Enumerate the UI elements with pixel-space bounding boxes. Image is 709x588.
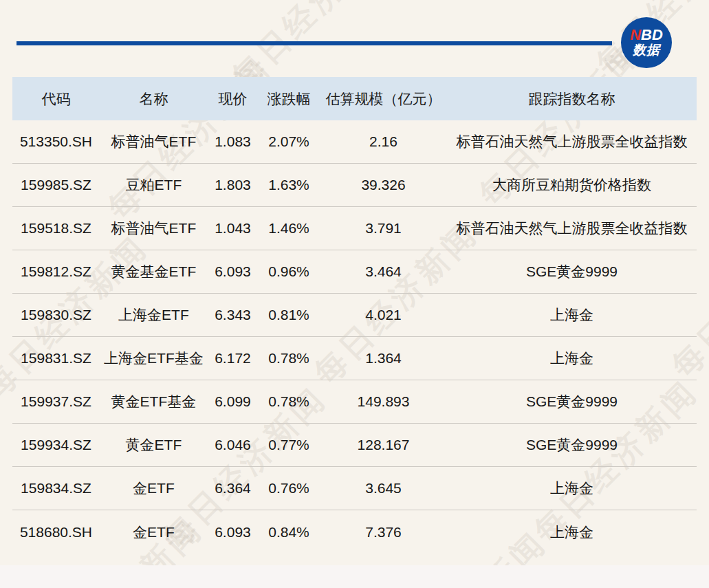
table-cell: 3.791 <box>320 220 447 237</box>
table-cell: 上海金 <box>447 349 697 368</box>
table-cell: 黄金基金ETF <box>100 262 208 281</box>
table-cell: 7.376 <box>320 524 447 541</box>
table-cell: 6.046 <box>208 437 258 453</box>
table-header-row: 代码名称现价涨跌幅估算规模（亿元）跟踪指数名称 <box>12 77 697 120</box>
table-cell: 0.84% <box>258 524 320 541</box>
table-cell: SGE黄金9999 <box>447 392 697 411</box>
table-cell: 159934.SZ <box>12 437 100 453</box>
table-cell: 6.099 <box>208 393 258 410</box>
table-cell: 上海金ETF <box>100 305 208 325</box>
table-cell: 6.093 <box>208 524 258 541</box>
column-header: 名称 <box>100 89 208 109</box>
table-cell: SGE黄金9999 <box>447 262 697 281</box>
table-cell: 3.464 <box>320 263 447 280</box>
table-cell: 大商所豆粕期货价格指数 <box>447 175 697 195</box>
table-cell: 159937.SZ <box>12 393 100 410</box>
logo-text-nbd: NBD <box>630 28 663 43</box>
table-cell: 标普油气ETF <box>100 132 208 151</box>
table-cell: 2.16 <box>320 133 447 150</box>
table-cell: 513350.SH <box>12 133 100 150</box>
table-row: 518680.SH金ETF6.0930.84%7.376上海金 <box>12 510 697 554</box>
table-row: 159985.SZ豆粕ETF1.8031.63%39.326大商所豆粕期货价格指… <box>12 164 697 207</box>
table-cell: 上海金ETF基金 <box>100 349 208 368</box>
table-row: 159518.SZ标普油气ETF1.0431.46%3.791标普石油天然气上游… <box>12 207 697 250</box>
table-cell: 1.63% <box>258 177 320 193</box>
table-row: 159937.SZ黄金ETF基金6.0990.78%149.893SGE黄金99… <box>12 380 697 424</box>
table-cell: 6.093 <box>208 263 258 280</box>
table-cell: 159831.SZ <box>12 350 100 367</box>
table-cell: 518680.SH <box>12 524 100 541</box>
table-cell: 159830.SZ <box>12 307 100 323</box>
table-cell: 标普油气ETF <box>100 219 208 238</box>
column-header: 跟踪指数名称 <box>447 89 697 109</box>
table-row: 159834.SZ金ETF6.3640.76%3.645上海金 <box>12 467 697 510</box>
table-cell: 1.043 <box>208 220 258 237</box>
table-cell: 128.167 <box>320 437 447 453</box>
table-cell: 1.46% <box>258 220 320 237</box>
table-cell: 黄金ETF <box>100 435 208 455</box>
table-cell: 金ETF <box>100 523 208 542</box>
table-cell: 159812.SZ <box>12 263 100 280</box>
table-cell: 159518.SZ <box>12 220 100 237</box>
table-cell: 6.172 <box>208 350 258 367</box>
table-cell: 159834.SZ <box>12 480 100 497</box>
footer-band <box>0 565 709 588</box>
table-cell: 0.81% <box>258 307 320 323</box>
table-cell: 0.77% <box>258 437 320 453</box>
table-cell: 标普石油天然气上游股票全收益指数 <box>447 219 697 238</box>
table-cell: 1.364 <box>320 350 447 367</box>
table-cell: 豆粕ETF <box>100 175 208 195</box>
table-row: 159934.SZ黄金ETF6.0460.77%128.167SGE黄金9999 <box>12 424 697 467</box>
table-cell: 0.78% <box>258 393 320 410</box>
brand-divider-line <box>17 41 612 45</box>
column-header: 代码 <box>12 89 100 109</box>
table-row: 159830.SZ上海金ETF6.3430.81%4.021上海金 <box>12 294 697 337</box>
table-cell: 上海金 <box>447 479 697 498</box>
table-cell: 6.343 <box>208 307 258 323</box>
table-cell: 上海金 <box>447 305 697 325</box>
table-cell: 39.326 <box>320 177 447 193</box>
table-cell: 金ETF <box>100 479 208 498</box>
table-cell: 1.803 <box>208 177 258 193</box>
table-cell: 0.76% <box>258 480 320 497</box>
table-row: 513350.SH标普油气ETF1.0832.07%2.16标普石油天然气上游股… <box>12 120 697 164</box>
table-cell: 3.645 <box>320 480 447 497</box>
etf-table: 代码名称现价涨跌幅估算规模（亿元）跟踪指数名称 513350.SH标普油气ETF… <box>12 77 697 554</box>
table-cell: 149.893 <box>320 393 447 410</box>
nbd-data-logo: NBD 数据 <box>621 17 672 68</box>
column-header: 现价 <box>208 89 258 109</box>
table-cell: 黄金ETF基金 <box>100 392 208 411</box>
column-header: 涨跌幅 <box>258 89 320 109</box>
table-cell: 1.083 <box>208 133 258 150</box>
table-body: 513350.SH标普油气ETF1.0832.07%2.16标普石油天然气上游股… <box>12 120 697 554</box>
table-cell: 上海金 <box>447 523 697 542</box>
table-cell: 0.96% <box>258 263 320 280</box>
table-cell: 0.78% <box>258 350 320 367</box>
table-cell: 2.07% <box>258 133 320 150</box>
table-row: 159812.SZ黄金基金ETF6.0930.96%3.464SGE黄金9999 <box>12 250 697 294</box>
column-header: 估算规模（亿元） <box>320 89 447 109</box>
top-bar: NBD 数据 <box>0 0 709 76</box>
table-cell: 6.364 <box>208 480 258 497</box>
table-cell: 4.021 <box>320 307 447 323</box>
table-cell: 标普石油天然气上游股票全收益指数 <box>447 132 697 151</box>
table-row: 159831.SZ上海金ETF基金6.1720.78%1.364上海金 <box>12 337 697 380</box>
table-cell: 159985.SZ <box>12 177 100 193</box>
logo-text-shuju: 数据 <box>633 43 660 58</box>
table-cell: SGE黄金9999 <box>447 435 697 455</box>
